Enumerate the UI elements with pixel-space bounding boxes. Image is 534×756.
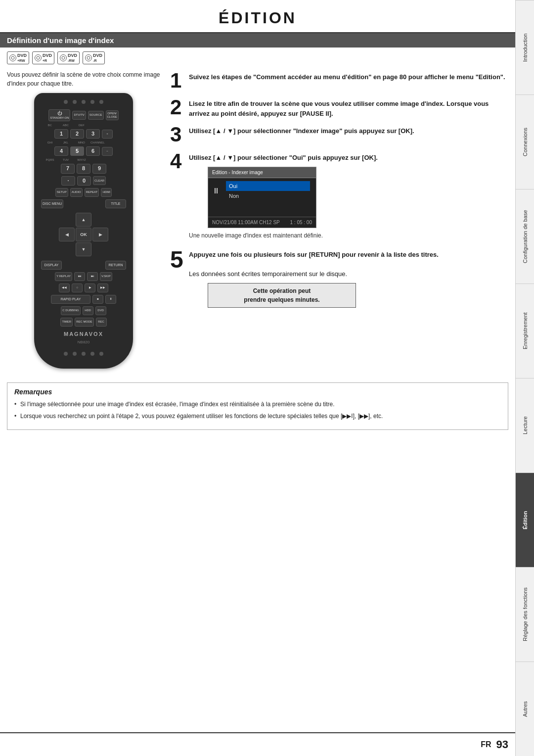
btn-1[interactable]: 1 [54, 129, 68, 139]
btn-row-rapidplay: RAPID PLAY ■ ⏸ [41, 295, 126, 304]
btn-stop[interactable]: ■ [92, 295, 103, 304]
dvd-badge-3: DVD-RW [57, 51, 80, 64]
left-column: Vous pouvez définir la scène de votre ch… [7, 70, 160, 369]
btn-c-dubbing[interactable]: C DUBBING [61, 306, 80, 315]
btn-repeat[interactable]: REPEAT [85, 188, 99, 197]
on-screen-menu: Edition - Indexer image ⏸ Oui Non [208, 167, 316, 229]
label-wxyz: WXYZ [75, 158, 89, 161]
sidebar-tab-edition[interactable]: Édition [516, 472, 534, 567]
btn-dot[interactable]: · [61, 176, 75, 186]
disc-icon-1 [9, 54, 16, 61]
remark-item-2: Lorsque vous recherchez un point à l'éta… [14, 412, 501, 421]
btn-2[interactable]: 2 [70, 129, 84, 139]
btn-7[interactable]: 7 [61, 164, 75, 173]
btn-row-transport: ◀◀ ○ ▶ ▶▶ [41, 284, 126, 292]
btn-source[interactable]: SOURCE [88, 111, 104, 120]
step-3-text: Utilisez [▲ / ▼] pour sélectionner "Inde… [189, 124, 414, 136]
menu-option-oui[interactable]: Oui [226, 181, 310, 191]
btn-hdmi[interactable]: HDMI [101, 188, 112, 197]
dpad-up[interactable]: ▲ [76, 213, 91, 227]
sidebar-tab-autres[interactable]: Autres [516, 662, 534, 756]
dpad-ok[interactable]: OK [76, 228, 91, 241]
dpad-right[interactable]: ▶ [92, 228, 108, 241]
label-def: DEF [75, 124, 89, 127]
remote-brand: MAGNAVOX [64, 331, 103, 337]
sidebar-tab-reglage[interactable]: Réglage des fonctions [516, 567, 534, 662]
btn-row-789: 7 8 9 [41, 164, 126, 173]
btn-display[interactable]: DISPLAY [41, 261, 62, 270]
btn-hdd[interactable]: HDD [83, 306, 93, 315]
dpad-down[interactable]: ▼ [76, 242, 91, 256]
btn-rec-mode[interactable]: REC MODE [75, 318, 93, 327]
menu-option-non[interactable]: Non [226, 191, 310, 201]
dot-b2 [73, 352, 77, 356]
dvd-sub-2: +R [43, 59, 47, 62]
btn-3[interactable]: 3 [86, 129, 100, 139]
label-pqrs: PQRS [43, 158, 57, 161]
remarks-section: Remarques Si l'image sélectionnée pour u… [7, 382, 508, 430]
note-line2: prendre quelques minutes. [244, 296, 319, 303]
step-1-bold: Suivez les étapes de "Comment accéder au… [189, 73, 505, 81]
dvd-icons-row: DVD+RW DVD+R DVD-RW DVD-R [0, 47, 515, 66]
btn-timer[interactable]: TIMER [60, 318, 73, 327]
step-1: 1 Suivez les étapes de "Comment accéder … [170, 70, 508, 91]
label-mno: MNO [75, 141, 89, 144]
btn-replay-right[interactable]: ⏭ [87, 272, 98, 281]
btn-return[interactable]: RETURN [105, 261, 126, 270]
btn-8[interactable]: 8 [77, 164, 90, 173]
btn-5[interactable]: 5 [70, 146, 84, 156]
btn-ch-plus[interactable]: + [102, 130, 113, 139]
btn-6[interactable]: 6 [86, 146, 100, 156]
btn-audio[interactable]: AUDIO [70, 188, 83, 197]
btn-standby[interactable]: ⏻ STANDBY-ON [48, 109, 70, 121]
sidebar-tab-introduction[interactable]: Introduction [516, 0, 534, 94]
sidebar-tab-lecture[interactable]: Lecture [516, 378, 534, 472]
btn-rec[interactable]: REC [96, 318, 107, 327]
sidebar-tab-enregistrement[interactable]: Enregistrement [516, 284, 534, 378]
btn-ff[interactable]: ▶▶ [97, 284, 108, 292]
remote-container: ⏻ STANDBY-ON DTV/TV SOURCE OPEN/CLOSE BC… [7, 93, 160, 369]
btn-4[interactable]: 4 [54, 146, 68, 156]
btn-clear[interactable]: CLEAR [93, 176, 106, 185]
sidebar-tab-connexions[interactable]: Connexions [516, 94, 534, 189]
btn-pause-small[interactable]: ○ [72, 284, 83, 292]
dot-4 [90, 100, 94, 104]
btn-standby-label: STANDBY-ON [50, 116, 69, 120]
note-line1: Cette opération peut [253, 287, 311, 294]
menu-icon: ⏸ [210, 180, 222, 202]
btn-play[interactable]: ▶ [85, 284, 95, 292]
btn-pause[interactable]: ⏸ [105, 295, 116, 304]
btn-0[interactable]: 0 [77, 176, 91, 186]
dpad-left[interactable]: ◀ [59, 228, 75, 241]
btn-title[interactable]: TITLE [105, 199, 126, 208]
btn-replay-left[interactable]: ⏮ [74, 272, 85, 281]
btn-y-replay[interactable]: Y REPLAY [55, 272, 72, 281]
btn-setup[interactable]: SETUP [55, 188, 68, 197]
btn-disc-menu[interactable]: DISC MENU [41, 199, 63, 208]
btn-dvd[interactable]: DVD [95, 306, 106, 315]
menu-timestamp: NOV/21/08 11:00AM CH12 SP [212, 219, 280, 226]
btn-9[interactable]: 9 [92, 164, 106, 173]
step-1-num: 1 [170, 70, 184, 91]
sidebar-tab-configuration[interactable]: Configuration de base [516, 189, 534, 284]
btn-open-close[interactable]: OPEN/CLOSE [106, 110, 119, 120]
dot-b1 [64, 352, 68, 356]
step-4-bold: Utilisez [▲ / ▼] pour sélectioner "Oui" … [189, 154, 378, 161]
lang-tag: FR [481, 740, 491, 749]
btn-row-dot-0-clear: · 0 CLEAR [41, 176, 126, 186]
btn-row-labels3: PQRS TUV WXYZ [41, 158, 126, 161]
disc-icon-3 [60, 54, 67, 61]
label-jkl: JKL [59, 141, 73, 144]
btn-ch-minus[interactable]: − [102, 147, 113, 156]
dvd-badge-4: DVD-R [83, 51, 105, 64]
page-title: ÉDITION [0, 9, 515, 27]
step-5-num: 5 [170, 248, 184, 272]
btn-row-456: 4 5 6 − [41, 146, 126, 156]
btn-rew[interactable]: ◀◀ [59, 284, 70, 292]
btn-rapid-play[interactable]: RAPID PLAY [51, 295, 90, 304]
dvd-label-1: DVD+RW [17, 53, 27, 63]
btn-v-skip[interactable]: V.SKIP [100, 272, 112, 281]
btn-row-labels2: GHI JKL MNO CHANNEL [41, 141, 126, 144]
btn-dtv[interactable]: DTV/TV [72, 111, 86, 120]
dot-3 [82, 100, 86, 104]
